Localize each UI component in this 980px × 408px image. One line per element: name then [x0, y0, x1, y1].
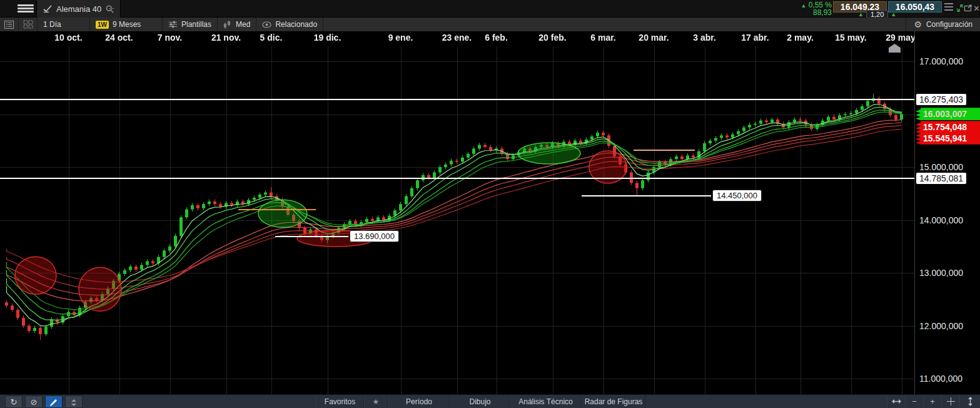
favorites-star-button[interactable]: ★ — [364, 395, 388, 408]
buy-tick-up-icon: ▲ — [891, 11, 896, 18]
radar-de-figuras-button[interactable]: Radar de Figuras — [582, 395, 645, 408]
reset-chart-button[interactable]: ↻ — [5, 395, 23, 408]
plantillas-button[interactable]: Plantillas — [163, 18, 218, 31]
analisis-tecnico-button[interactable]: Análisis Técnico — [510, 395, 582, 408]
price-tick-label: 11.000,000 — [919, 374, 962, 384]
price-axis[interactable]: 17.000,00015.000,00014.000,00013.000,000… — [914, 31, 980, 394]
timeframe-button[interactable]: 1 Día — [38, 18, 90, 31]
pencil-tool-button[interactable] — [45, 395, 63, 408]
change-points: 88,93 — [786, 9, 832, 16]
med-label: Med — [236, 20, 250, 29]
pan-horizontal-button[interactable] — [887, 395, 905, 408]
candlestick-icon — [223, 21, 232, 29]
date-tick-label: 10 oct. — [54, 33, 82, 43]
chart-check-icon — [43, 5, 52, 13]
alert-level-label[interactable]: 16.275,403 — [916, 93, 967, 106]
timeframe-label: 1 Día — [43, 20, 61, 29]
top-tab-bar: Alemania 40 + ▲ 0,55 % 88,93 16.049,23 1… — [0, 0, 980, 18]
dibujo-button[interactable]: Dibujo — [450, 395, 510, 408]
watchlist-button[interactable] — [0, 18, 19, 31]
date-tick-label: 20 feb. — [538, 33, 566, 43]
price-annotation-label[interactable]: 14.450,000 — [712, 190, 762, 201]
price-annotation-label[interactable]: 13.690,000 — [350, 230, 399, 242]
chart-toolbar: 1 Día 1W 9 Meses Plantillas Med — [0, 18, 980, 31]
date-tick-label: 17 abr. — [741, 33, 769, 43]
date-tick-label: 9 ene. — [388, 33, 413, 43]
new-tab-button[interactable]: + — [105, 3, 118, 15]
menu-icon[interactable] — [18, 4, 34, 13]
layout-button[interactable] — [19, 18, 38, 31]
gear-icon: ⚙ — [914, 19, 922, 29]
drag-grip-icon[interactable] — [944, 3, 953, 13]
range-button[interactable]: 1W 9 Meses — [90, 18, 163, 31]
plantillas-label: Plantillas — [181, 20, 211, 29]
periodo-button[interactable]: Período — [388, 395, 450, 408]
list-icon — [4, 21, 14, 29]
price-tick-label: 13.000,000 — [919, 268, 963, 278]
date-tick-label: 23 ene. — [442, 33, 472, 43]
med-button[interactable]: Med — [218, 18, 256, 31]
date-tick-label: 5 dic. — [260, 33, 283, 43]
range-label: 9 Meses — [113, 20, 141, 29]
sort-order-button[interactable] — [65, 395, 83, 408]
date-tick-label: 3 abr. — [693, 33, 716, 43]
date-tick-label: 29 may. — [886, 33, 917, 43]
grid-layout-icon — [23, 20, 33, 29]
zoom-range-badge: 1W — [96, 21, 109, 29]
up-triangle-icon: ▲ — [801, 3, 806, 9]
sliders-icon — [168, 21, 178, 28]
order-level-badge[interactable]: 15.545,941 — [915, 132, 980, 145]
price-tick-label: 15.000,000 — [919, 162, 963, 172]
order-level-badge[interactable]: 15.754,048 — [915, 121, 980, 133]
configuracion-button[interactable]: ⚙ Configuración — [906, 18, 980, 31]
favoritos-button[interactable]: Favoritos — [316, 395, 364, 408]
crosshair-icon — [947, 397, 955, 405]
trading-platform-window: Alemania 40 + ▲ 0,55 % 88,93 16.049,23 1… — [0, 0, 980, 408]
pencil-icon — [49, 398, 58, 407]
change-readout: ▲ 0,55 % 88,93 — [786, 1, 832, 16]
sell-tick-up-icon: ▲ — [858, 11, 864, 18]
bottom-toolbar: ↻ ⊘ Favoritos ★ Período Dibujo Análisis … — [0, 394, 980, 408]
date-tick-label: 20 mar. — [639, 33, 669, 43]
horizontal-arrows-icon — [892, 399, 901, 404]
date-tick-label: 19 dic. — [314, 33, 341, 43]
date-tick-label: 21 nov. — [211, 33, 241, 43]
eye-icon — [262, 21, 271, 28]
date-tick-label: 6 mar. — [590, 33, 615, 43]
date-tick-label: 6 feb. — [485, 33, 508, 43]
date-tick-label: 2 may. — [787, 33, 814, 43]
configuracion-label: Configuración — [926, 20, 972, 29]
price-tick-label: 14.000,000 — [919, 215, 963, 225]
pan-vertical-button[interactable] — [959, 395, 980, 408]
price-tick-label: 12.000,000 — [919, 321, 963, 331]
tab-title: Alemania 40 — [56, 4, 101, 14]
relacionado-button[interactable]: Relacionado — [256, 18, 323, 31]
close-icon[interactable]: ✕ — [972, 4, 980, 13]
zoom-in-button[interactable]: + — [923, 395, 941, 408]
chart-area[interactable]: 10 oct.24 oct.7 nov.21 nov.5 dic.19 dic.… — [0, 31, 914, 394]
last-price-badge[interactable]: 16.003,007 — [915, 108, 980, 120]
crosshair-button[interactable] — [941, 395, 959, 408]
date-tick-label: 24 oct. — [105, 33, 133, 43]
up-down-triangles-icon — [71, 399, 77, 406]
zoom-out-button[interactable]: − — [905, 395, 923, 408]
relacionado-label: Relacionado — [275, 20, 317, 29]
date-tick-label: 7 nov. — [158, 33, 182, 43]
vertical-arrows-icon — [967, 397, 973, 406]
date-tick-label: 15 may. — [835, 33, 866, 43]
disable-drawing-button[interactable]: ⊘ — [25, 395, 43, 408]
price-tick-label: 17.000,000 — [919, 56, 963, 66]
candlestick-chart-canvas[interactable] — [0, 31, 914, 394]
alert-level-label[interactable]: 14.785,081 — [916, 172, 967, 185]
